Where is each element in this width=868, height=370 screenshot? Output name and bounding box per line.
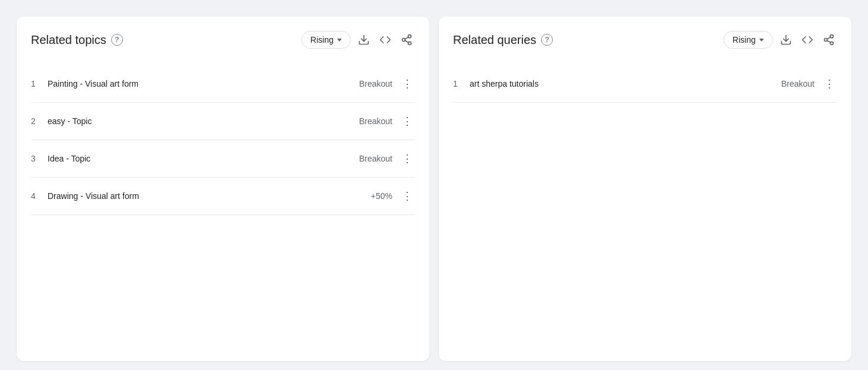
related-queries-filter-button[interactable]: Rising bbox=[724, 31, 773, 49]
topic-more-button[interactable]: ⋮ bbox=[400, 151, 415, 166]
topic-item: 4 Drawing - Visual art form +50% ⋮ bbox=[31, 178, 415, 215]
topic-name: Painting - Visual art form bbox=[48, 79, 359, 88]
related-queries-card: Related queries ? Rising bbox=[439, 17, 851, 361]
related-topics-help-icon[interactable]: ? bbox=[111, 34, 123, 46]
related-topics-title-group: Related topics ? bbox=[31, 33, 123, 47]
embed-icon bbox=[801, 34, 813, 46]
query-badge: Breakout bbox=[781, 79, 814, 88]
related-queries-embed-button[interactable] bbox=[799, 31, 816, 48]
embed-icon bbox=[379, 34, 391, 46]
chevron-down-icon bbox=[337, 39, 342, 42]
related-queries-filter-label: Rising bbox=[732, 35, 756, 45]
related-queries-share-button[interactable] bbox=[820, 31, 837, 48]
topic-badge: +50% bbox=[371, 191, 392, 201]
chevron-down-icon bbox=[759, 39, 764, 42]
related-topics-filter-button[interactable]: Rising bbox=[301, 31, 351, 49]
related-topics-title: Related topics bbox=[31, 33, 106, 47]
topic-badge: Breakout bbox=[359, 116, 392, 126]
topic-rank: 2 bbox=[31, 116, 48, 126]
related-queries-actions: Rising bbox=[724, 31, 837, 49]
svg-line-5 bbox=[405, 37, 408, 39]
topic-badge: Breakout bbox=[359, 79, 392, 88]
query-rank: 1 bbox=[453, 79, 470, 88]
query-name: art sherpa tutorials bbox=[470, 79, 781, 88]
svg-line-10 bbox=[827, 40, 831, 42]
query-item: 1 art sherpa tutorials Breakout ⋮ bbox=[453, 65, 837, 103]
topic-name: easy - Topic bbox=[48, 116, 359, 126]
related-topics-filter-label: Rising bbox=[310, 35, 334, 45]
topic-more-button[interactable]: ⋮ bbox=[400, 188, 415, 204]
related-queries-title-group: Related queries ? bbox=[453, 33, 553, 47]
page-container: Related topics ? Rising bbox=[10, 10, 858, 368]
topic-item: 3 Idea - Topic Breakout ⋮ bbox=[31, 140, 415, 178]
related-topics-header: Related topics ? Rising bbox=[31, 31, 415, 49]
svg-line-4 bbox=[405, 40, 408, 42]
related-topics-download-button[interactable] bbox=[356, 31, 372, 48]
download-icon bbox=[780, 34, 792, 46]
related-topics-list: 1 Painting - Visual art form Breakout ⋮ … bbox=[31, 65, 415, 215]
topic-item: 1 Painting - Visual art form Breakout ⋮ bbox=[31, 65, 415, 103]
topic-rank: 3 bbox=[31, 154, 48, 163]
topic-name: Drawing - Visual art form bbox=[48, 191, 371, 201]
related-topics-actions: Rising bbox=[301, 31, 415, 49]
related-queries-download-button[interactable] bbox=[778, 31, 794, 48]
topic-more-button[interactable]: ⋮ bbox=[400, 76, 415, 91]
related-queries-help-icon[interactable]: ? bbox=[541, 34, 553, 46]
related-queries-title: Related queries bbox=[453, 33, 536, 47]
query-more-button[interactable]: ⋮ bbox=[822, 76, 837, 91]
topic-item: 2 easy - Topic Breakout ⋮ bbox=[31, 103, 415, 140]
share-icon bbox=[823, 34, 835, 46]
related-topics-share-button[interactable] bbox=[398, 31, 415, 48]
related-queries-list: 1 art sherpa tutorials Breakout ⋮ bbox=[453, 65, 837, 103]
topic-rank: 4 bbox=[31, 191, 48, 201]
topic-badge: Breakout bbox=[359, 154, 392, 163]
share-icon bbox=[401, 34, 413, 46]
topic-more-button[interactable]: ⋮ bbox=[400, 113, 415, 129]
svg-line-11 bbox=[827, 37, 831, 39]
topic-rank: 1 bbox=[31, 79, 48, 88]
related-topics-card: Related topics ? Rising bbox=[17, 17, 429, 361]
topic-name: Idea - Topic bbox=[48, 154, 359, 163]
related-queries-header: Related queries ? Rising bbox=[453, 31, 837, 49]
related-topics-embed-button[interactable] bbox=[377, 31, 394, 48]
download-icon bbox=[358, 34, 370, 46]
